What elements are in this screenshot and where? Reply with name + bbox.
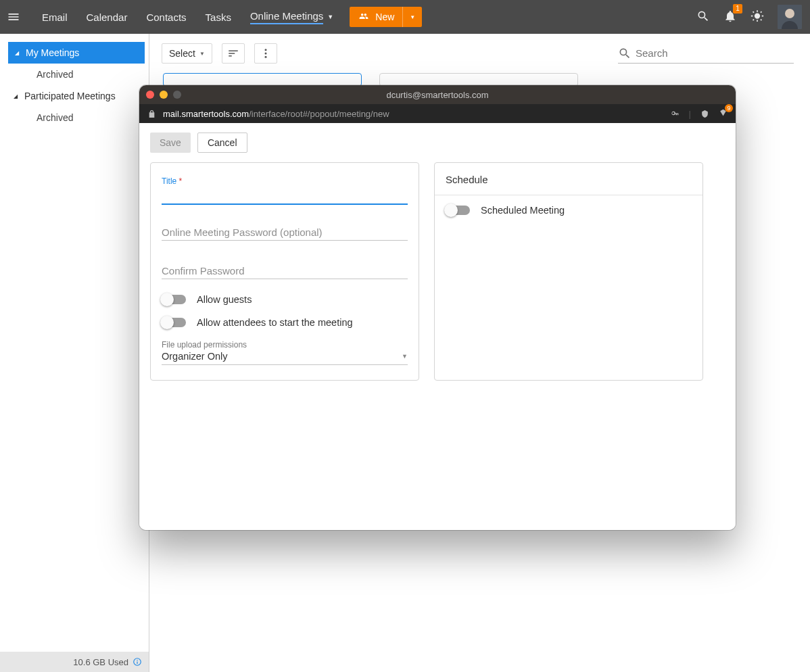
search-icon[interactable] xyxy=(696,9,710,25)
main-nav: Email Calendar Contacts Tasks Online Mee… xyxy=(32,0,343,34)
password-input[interactable] xyxy=(162,222,408,241)
shield-icon[interactable] xyxy=(700,110,709,118)
sidebar-item-participated-archived[interactable]: Archived xyxy=(0,107,149,128)
confirm-password-input[interactable] xyxy=(162,261,408,279)
nav-tasks[interactable]: Tasks xyxy=(196,0,241,34)
title-input[interactable] xyxy=(162,186,408,205)
upload-perm-value: Organizer Only xyxy=(162,351,228,362)
popup-titlebar[interactable]: dcurtis@smartertools.com xyxy=(139,85,736,104)
sidebar-item-label: My Meetings xyxy=(26,47,79,58)
allow-guests-toggle[interactable] xyxy=(162,295,186,304)
nav-contacts[interactable]: Contacts xyxy=(137,0,195,34)
svg-point-1 xyxy=(785,9,794,18)
cancel-button[interactable]: Cancel xyxy=(197,133,247,153)
chevron-down-icon: ▼ xyxy=(402,353,408,360)
notifications-button[interactable]: 1 xyxy=(723,9,737,25)
allow-attendees-label: Allow attendees to start the meeting xyxy=(197,317,353,328)
svg-point-2 xyxy=(264,49,266,51)
select-label: Select xyxy=(169,48,195,59)
theme-toggle-icon[interactable] xyxy=(751,9,764,25)
password-field: Online Meeting Password (optional) xyxy=(162,222,408,241)
sidebar-item-label: Participated Meetings xyxy=(24,91,116,101)
collapse-icon: ◢ xyxy=(14,93,19,99)
nav-calendar[interactable]: Calendar xyxy=(77,0,137,34)
popup-title: dcurtis@smartertools.com xyxy=(139,90,736,100)
select-dropdown[interactable]: Select ▼ xyxy=(162,43,212,64)
sidebar-item-my-archived[interactable]: Archived xyxy=(0,64,149,85)
url-path: /interface/root#/popout/meeting/new xyxy=(249,109,389,119)
sidebar-item-my-meetings[interactable]: ◢ My Meetings xyxy=(8,42,145,64)
meeting-details-panel: Title * Online Meeting Password (optiona… xyxy=(150,162,419,381)
storage-indicator: 10.6 GB Used xyxy=(0,652,149,672)
schedule-panel: Schedule Scheduled Meeting xyxy=(434,162,703,381)
allow-attendees-toggle[interactable] xyxy=(162,318,186,327)
popup-body: Save Cancel Title * Online Meeting Passw… xyxy=(139,123,736,530)
schedule-header: Schedule xyxy=(435,174,702,195)
scheduled-meeting-label: Scheduled Meeting xyxy=(481,205,565,216)
meeting-card[interactable] xyxy=(379,73,578,87)
allow-guests-row: Allow guests xyxy=(162,294,408,305)
nav-email[interactable]: Email xyxy=(32,0,77,34)
chevron-down-icon: ▼ xyxy=(199,51,205,57)
info-icon[interactable] xyxy=(133,657,142,667)
scheduled-meeting-toggle[interactable] xyxy=(446,206,470,215)
collapse-icon: ◢ xyxy=(15,50,20,56)
more-options-button[interactable] xyxy=(254,43,277,64)
svg-point-3 xyxy=(264,53,266,55)
upload-perm-label: File upload permissions xyxy=(162,340,408,350)
shield-badge: 9 xyxy=(725,104,733,112)
group-add-icon xyxy=(358,11,370,23)
new-button-dropdown[interactable]: ▼ xyxy=(402,7,422,27)
storage-text: 10.6 GB Used xyxy=(73,657,128,667)
new-button-label: New xyxy=(375,11,394,22)
required-mark: * xyxy=(179,176,183,186)
search-icon xyxy=(618,47,632,60)
menu-icon[interactable] xyxy=(0,0,27,34)
popup-address-bar: mail.smartertools.com/interface/root#/po… xyxy=(139,104,736,123)
url-domain: mail.smartertools.com xyxy=(163,109,249,119)
save-button: Save xyxy=(150,133,191,153)
search-input[interactable] xyxy=(636,45,794,62)
title-label: Title xyxy=(162,176,176,186)
sidebar-item-participated[interactable]: ◢ Participated Meetings xyxy=(0,85,149,107)
top-bar: Email Calendar Contacts Tasks Online Mee… xyxy=(0,0,810,34)
upload-permissions-select[interactable]: Organizer Only ▼ xyxy=(162,350,408,365)
svg-point-4 xyxy=(264,56,266,58)
search-field xyxy=(618,43,794,64)
new-meeting-popup: dcurtis@smartertools.com mail.smartertoo… xyxy=(139,85,736,530)
toolbar: Select ▼ xyxy=(149,34,810,73)
chevron-down-icon: ▼ xyxy=(327,14,333,20)
scheduled-meeting-row: Scheduled Meeting xyxy=(446,205,692,216)
sidebar-item-label: Archived xyxy=(37,69,73,80)
nav-online-meetings[interactable]: Online Meetings▼ xyxy=(241,0,343,34)
notification-badge: 1 xyxy=(733,4,742,14)
sort-button[interactable] xyxy=(222,43,245,64)
confirm-password-field: Confirm Password xyxy=(162,261,408,279)
sidebar-item-label: Archived xyxy=(37,112,73,123)
upload-permissions-field: File upload permissions Organizer Only ▼ xyxy=(162,340,408,365)
new-button[interactable]: New ▼ xyxy=(350,7,422,27)
browser-shield-icon[interactable]: 9 xyxy=(719,108,728,119)
title-field: Title * xyxy=(162,176,408,205)
allow-guests-label: Allow guests xyxy=(197,294,252,305)
meeting-card[interactable] xyxy=(163,73,362,87)
user-avatar[interactable] xyxy=(778,5,802,29)
lock-icon xyxy=(147,110,156,118)
sidebar: ◢ My Meetings Archived ◢ Participated Me… xyxy=(0,34,149,672)
key-icon[interactable] xyxy=(671,110,680,118)
allow-attendees-row: Allow attendees to start the meeting xyxy=(162,317,408,328)
